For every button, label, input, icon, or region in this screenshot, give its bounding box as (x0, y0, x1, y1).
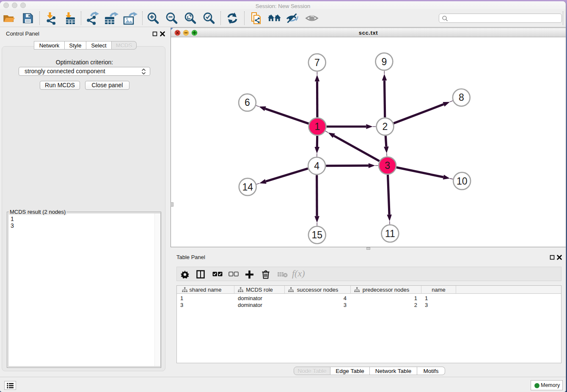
svg-text:1: 1 (315, 121, 320, 132)
svg-text:14: 14 (242, 182, 253, 193)
svg-text:9: 9 (382, 56, 387, 67)
svg-text:4: 4 (314, 160, 319, 171)
svg-text:2: 2 (383, 121, 388, 132)
svg-text:10: 10 (457, 176, 468, 187)
svg-text:6: 6 (245, 97, 250, 108)
svg-text:11: 11 (385, 228, 395, 239)
svg-text:8: 8 (459, 92, 464, 103)
svg-text:3: 3 (385, 160, 390, 171)
svg-text:7: 7 (314, 57, 320, 68)
svg-text:15: 15 (312, 229, 323, 240)
